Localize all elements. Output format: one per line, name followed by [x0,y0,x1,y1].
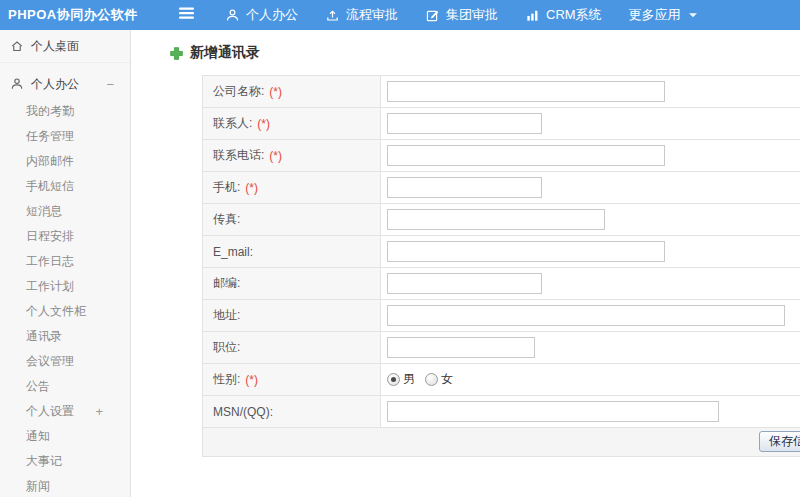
sidebar-item-个人设置[interactable]: 个人设置 + [0,399,130,424]
nav-item-group-approval[interactable]: 集团审批 [425,6,498,24]
field-input-cell [381,108,800,139]
sidebar-item-personal-office[interactable]: 个人办公 − [0,69,130,99]
nav-label: 个人办公 [246,6,298,24]
field-label: 传真: [213,211,240,228]
sidebar-subitem-label: 任务管理 [26,128,74,145]
sidebar-subitem-label: 新闻 [26,478,50,495]
field-label-cell: 职位: [203,332,381,363]
sidebar-item-任务管理[interactable]: 任务管理 [0,124,130,149]
home-icon [10,39,24,53]
sidebar-item-label: 个人办公 [31,76,79,93]
gender-radio-男[interactable]: 男 [387,371,415,388]
field-label-cell: 公司名称: (*) [203,76,381,107]
nav-item-more-apps[interactable]: 更多应用 [629,6,698,24]
sidebar-subitem-label: 日程安排 [26,228,74,245]
sidebar-item-通知[interactable]: 通知 [0,424,130,449]
company-row: 公司名称: (*) [203,76,800,108]
field-label: 邮编: [213,275,240,292]
field-input-cell [381,236,800,267]
msn-qq-row: MSN/(QQ): [203,396,800,428]
main-content: 新增通讯录 公司名称: (*) 联系人: (*) 联系电话: (*) 手机: [131,30,800,497]
sidebar-submenu: 我的考勤 任务管理 内部邮件 手机短信 短消息 日程安排 工作日志 工作计划 个… [0,99,130,497]
mobile-row: 手机: (*) [203,172,800,204]
field-label-cell: 地址: [203,300,381,331]
nav-item-personal-office[interactable]: 个人办公 [225,6,298,24]
zipcode-row: 邮编: [203,268,800,300]
nav-label: 更多应用 [629,6,681,24]
contact-form: 公司名称: (*) 联系人: (*) 联系电话: (*) 手机: (*) [202,75,800,457]
contact-input[interactable] [387,113,542,134]
sidebar-item-label: 个人桌面 [31,38,79,55]
sidebar-item-新闻[interactable]: 新闻 [0,474,130,497]
address-input[interactable] [387,305,785,326]
required-mark: (*) [269,85,282,99]
sidebar-subitem-label: 个人设置 [26,403,74,420]
sidebar-subitem-label: 工作日志 [26,253,74,270]
radio-label: 女 [441,371,453,388]
menu-toggle-button[interactable] [178,6,195,24]
field-input-cell [381,300,800,331]
bar-chart-icon [525,8,540,23]
field-label-cell: 联系电话: (*) [203,140,381,171]
sidebar-item-内部邮件[interactable]: 内部邮件 [0,149,130,174]
position-input[interactable] [387,337,535,358]
nav-item-crm[interactable]: CRM系统 [525,6,602,24]
sidebar-item-会议管理[interactable]: 会议管理 [0,349,130,374]
sidebar-item-通讯录[interactable]: 通讯录 [0,324,130,349]
sidebar-item-大事记[interactable]: 大事记 [0,449,130,474]
required-mark: (*) [257,117,270,131]
radio-circle-icon [387,373,400,386]
mobile-input[interactable] [387,177,542,198]
sidebar-item-我的考勤[interactable]: 我的考勤 [0,99,130,124]
gender-radio-女[interactable]: 女 [425,371,453,388]
page-header: 新增通讯录 [169,44,260,62]
collapse-minus-icon[interactable]: − [106,77,114,92]
sidebar-item-personal-desktop[interactable]: 个人桌面 [0,30,130,63]
sidebar-item-手机短信[interactable]: 手机短信 [0,174,130,199]
company-input[interactable] [387,81,665,102]
radio-label: 男 [403,371,415,388]
sidebar-subitem-label: 我的考勤 [26,103,74,120]
hamburger-icon [178,6,195,24]
sidebar-subitem-label: 会议管理 [26,353,74,370]
top-navigation-bar: PHPOA协同办公软件 个人办公 流程审批 集团审批 CRM系统 更多应用 [0,0,800,30]
fax-row: 传真: [203,204,800,236]
address-row: 地址: [203,300,800,332]
nav-item-workflow-approval[interactable]: 流程审批 [325,6,398,24]
sidebar-subitem-label: 通讯录 [26,328,62,345]
field-label: E_mail: [213,245,253,259]
sidebar-item-日程安排[interactable]: 日程安排 [0,224,130,249]
field-label: 联系人: [213,115,252,132]
fax-input[interactable] [387,209,605,230]
field-input-cell [381,268,800,299]
sidebar-subitem-label: 通知 [26,428,50,445]
required-mark: (*) [269,149,282,163]
field-label: 联系电话: [213,147,264,164]
field-label: 地址: [213,307,240,324]
sidebar-subitem-label: 工作计划 [26,278,74,295]
caret-down-icon [688,12,698,19]
sidebar: 个人桌面 个人办公 − 我的考勤 任务管理 内部邮件 手机短信 短消息 日程安排… [0,30,131,497]
zipcode-input[interactable] [387,273,542,294]
sidebar-item-个人文件柜[interactable]: 个人文件柜 [0,299,130,324]
app-logo: PHPOA协同办公软件 [0,6,168,24]
msn-qq-input[interactable] [387,401,719,422]
email-input[interactable] [387,241,665,262]
expand-plus-icon[interactable]: + [95,404,103,419]
phone-input[interactable] [387,145,665,166]
flow-icon [325,8,340,23]
field-input-cell [381,396,800,427]
sidebar-subitem-label: 大事记 [26,453,62,470]
field-input-cell [381,332,800,363]
sidebar-item-公告[interactable]: 公告 [0,374,130,399]
field-input-cell [381,140,800,171]
field-label-cell: 联系人: (*) [203,108,381,139]
field-label-cell: 性别: (*) [203,364,381,395]
sidebar-item-工作日志[interactable]: 工作日志 [0,249,130,274]
sidebar-item-工作计划[interactable]: 工作计划 [0,274,130,299]
sidebar-item-短消息[interactable]: 短消息 [0,199,130,224]
email-row: E_mail: [203,236,800,268]
save-button[interactable]: 保存信息 [759,431,800,452]
field-input-cell: 男女 [381,364,800,395]
nav-label: 流程审批 [346,6,398,24]
